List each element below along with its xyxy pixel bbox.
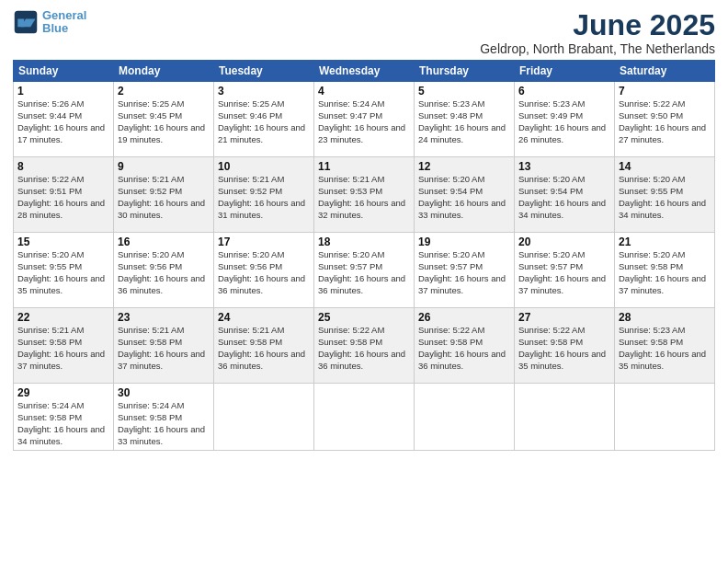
- calendar-cell: [415, 384, 515, 451]
- logo: General Blue: [13, 9, 86, 36]
- calendar-week-row: 1Sunrise: 5:26 AMSunset: 9:44 PMDaylight…: [14, 82, 715, 157]
- day-info: Sunrise: 5:21 AMSunset: 9:52 PMDaylight:…: [118, 174, 210, 221]
- day-number: 23: [118, 311, 210, 324]
- day-number: 16: [118, 236, 210, 248]
- calendar-cell: 9Sunrise: 5:21 AMSunset: 9:52 PMDaylight…: [114, 157, 214, 233]
- calendar-week-row: 22Sunrise: 5:21 AMSunset: 9:58 PMDayligh…: [14, 308, 715, 384]
- calendar-cell: 21Sunrise: 5:20 AMSunset: 9:58 PMDayligh…: [615, 233, 715, 308]
- weekday-header: Thursday: [415, 61, 515, 82]
- calendar-cell: 5Sunrise: 5:23 AMSunset: 9:48 PMDaylight…: [415, 82, 515, 157]
- logo-icon: [13, 9, 39, 35]
- weekday-header-row: SundayMondayTuesdayWednesdayThursdayFrid…: [14, 61, 715, 82]
- calendar-cell: 20Sunrise: 5:20 AMSunset: 9:57 PMDayligh…: [515, 233, 615, 308]
- calendar-cell: 26Sunrise: 5:22 AMSunset: 9:58 PMDayligh…: [415, 308, 515, 384]
- day-number: 29: [17, 386, 109, 399]
- day-info: Sunrise: 5:25 AMSunset: 9:46 PMDaylight:…: [218, 98, 310, 145]
- day-number: 10: [218, 160, 310, 173]
- day-number: 28: [619, 311, 711, 324]
- calendar-cell: 30Sunrise: 5:24 AMSunset: 9:58 PMDayligh…: [114, 384, 214, 451]
- day-info: Sunrise: 5:20 AMSunset: 9:57 PMDaylight:…: [318, 249, 410, 296]
- day-number: 8: [17, 160, 109, 173]
- logo-line2: Blue: [42, 22, 86, 35]
- day-info: Sunrise: 5:26 AMSunset: 9:44 PMDaylight:…: [17, 98, 109, 145]
- location-title: Geldrop, North Brabant, The Netherlands: [480, 41, 715, 56]
- calendar-week-row: 15Sunrise: 5:20 AMSunset: 9:55 PMDayligh…: [14, 233, 715, 308]
- day-number: 26: [418, 311, 510, 324]
- day-info: Sunrise: 5:25 AMSunset: 9:45 PMDaylight:…: [118, 98, 210, 145]
- day-number: 11: [318, 160, 410, 173]
- calendar-cell: 4Sunrise: 5:24 AMSunset: 9:47 PMDaylight…: [314, 82, 415, 157]
- calendar-cell: 8Sunrise: 5:22 AMSunset: 9:51 PMDaylight…: [14, 157, 114, 233]
- day-number: 22: [17, 311, 109, 324]
- calendar-cell: 19Sunrise: 5:20 AMSunset: 9:57 PMDayligh…: [415, 233, 515, 308]
- calendar-cell: 3Sunrise: 5:25 AMSunset: 9:46 PMDaylight…: [214, 82, 314, 157]
- calendar-cell: 17Sunrise: 5:20 AMSunset: 9:56 PMDayligh…: [214, 233, 314, 308]
- day-info: Sunrise: 5:21 AMSunset: 9:53 PMDaylight:…: [318, 174, 410, 221]
- day-info: Sunrise: 5:22 AMSunset: 9:58 PMDaylight:…: [318, 325, 410, 372]
- weekday-header: Tuesday: [214, 61, 314, 82]
- calendar-cell: 11Sunrise: 5:21 AMSunset: 9:53 PMDayligh…: [314, 157, 415, 233]
- calendar-cell: [314, 384, 415, 451]
- day-info: Sunrise: 5:23 AMSunset: 9:49 PMDaylight:…: [518, 98, 610, 145]
- day-info: Sunrise: 5:21 AMSunset: 9:58 PMDaylight:…: [218, 325, 310, 372]
- day-number: 27: [518, 311, 610, 324]
- day-info: Sunrise: 5:24 AMSunset: 9:58 PMDaylight:…: [17, 400, 109, 447]
- day-number: 6: [518, 85, 610, 98]
- page-container: General Blue June 2025 Geldrop, North Br…: [0, 0, 728, 460]
- svg-rect-2: [17, 19, 24, 28]
- day-info: Sunrise: 5:20 AMSunset: 9:57 PMDaylight:…: [518, 249, 610, 296]
- day-info: Sunrise: 5:24 AMSunset: 9:58 PMDaylight:…: [118, 400, 210, 447]
- calendar-cell: 14Sunrise: 5:20 AMSunset: 9:55 PMDayligh…: [615, 157, 715, 233]
- day-info: Sunrise: 5:20 AMSunset: 9:55 PMDaylight:…: [619, 174, 711, 221]
- day-number: 17: [218, 236, 310, 248]
- day-info: Sunrise: 5:23 AMSunset: 9:48 PMDaylight:…: [418, 98, 510, 145]
- calendar-week-row: 29Sunrise: 5:24 AMSunset: 9:58 PMDayligh…: [14, 384, 715, 451]
- calendar-cell: 2Sunrise: 5:25 AMSunset: 9:45 PMDaylight…: [114, 82, 214, 157]
- day-number: 4: [318, 85, 410, 98]
- day-info: Sunrise: 5:20 AMSunset: 9:54 PMDaylight:…: [418, 174, 510, 221]
- day-info: Sunrise: 5:22 AMSunset: 9:50 PMDaylight:…: [619, 98, 711, 145]
- day-number: 14: [619, 160, 711, 173]
- weekday-header: Sunday: [14, 61, 114, 82]
- day-number: 18: [318, 236, 410, 248]
- month-title: June 2025: [480, 9, 715, 41]
- day-info: Sunrise: 5:22 AMSunset: 9:51 PMDaylight:…: [17, 174, 109, 221]
- weekday-header: Saturday: [615, 61, 715, 82]
- calendar-cell: 27Sunrise: 5:22 AMSunset: 9:58 PMDayligh…: [515, 308, 615, 384]
- day-number: 13: [518, 160, 610, 173]
- day-info: Sunrise: 5:21 AMSunset: 9:58 PMDaylight:…: [118, 325, 210, 372]
- calendar-cell: 12Sunrise: 5:20 AMSunset: 9:54 PMDayligh…: [415, 157, 515, 233]
- calendar-cell: 24Sunrise: 5:21 AMSunset: 9:58 PMDayligh…: [214, 308, 314, 384]
- day-number: 19: [418, 236, 510, 248]
- day-number: 5: [418, 85, 510, 98]
- day-info: Sunrise: 5:20 AMSunset: 9:56 PMDaylight:…: [118, 249, 210, 296]
- day-number: 9: [118, 160, 210, 173]
- day-info: Sunrise: 5:20 AMSunset: 9:56 PMDaylight:…: [218, 249, 310, 296]
- day-number: 7: [619, 85, 711, 98]
- calendar-cell: 18Sunrise: 5:20 AMSunset: 9:57 PMDayligh…: [314, 233, 415, 308]
- calendar-cell: 10Sunrise: 5:21 AMSunset: 9:52 PMDayligh…: [214, 157, 314, 233]
- day-info: Sunrise: 5:23 AMSunset: 9:58 PMDaylight:…: [619, 325, 711, 372]
- day-number: 25: [318, 311, 410, 324]
- logo-text: General Blue: [42, 9, 86, 36]
- calendar-cell: 16Sunrise: 5:20 AMSunset: 9:56 PMDayligh…: [114, 233, 214, 308]
- day-info: Sunrise: 5:24 AMSunset: 9:47 PMDaylight:…: [318, 98, 410, 145]
- day-info: Sunrise: 5:21 AMSunset: 9:52 PMDaylight:…: [218, 174, 310, 221]
- weekday-header: Monday: [114, 61, 214, 82]
- day-number: 3: [218, 85, 310, 98]
- calendar-cell: [615, 384, 715, 451]
- day-number: 24: [218, 311, 310, 324]
- calendar-cell: 13Sunrise: 5:20 AMSunset: 9:54 PMDayligh…: [515, 157, 615, 233]
- calendar-cell: 1Sunrise: 5:26 AMSunset: 9:44 PMDaylight…: [14, 82, 114, 157]
- day-info: Sunrise: 5:20 AMSunset: 9:54 PMDaylight:…: [518, 174, 610, 221]
- calendar-table: SundayMondayTuesdayWednesdayThursdayFrid…: [13, 60, 715, 451]
- weekday-header: Wednesday: [314, 61, 415, 82]
- day-number: 20: [518, 236, 610, 248]
- calendar-cell: 15Sunrise: 5:20 AMSunset: 9:55 PMDayligh…: [14, 233, 114, 308]
- day-number: 2: [118, 85, 210, 98]
- header: General Blue June 2025 Geldrop, North Br…: [13, 9, 715, 56]
- calendar-cell: 29Sunrise: 5:24 AMSunset: 9:58 PMDayligh…: [14, 384, 114, 451]
- calendar-cell: 28Sunrise: 5:23 AMSunset: 9:58 PMDayligh…: [615, 308, 715, 384]
- day-number: 12: [418, 160, 510, 173]
- day-number: 30: [118, 386, 210, 399]
